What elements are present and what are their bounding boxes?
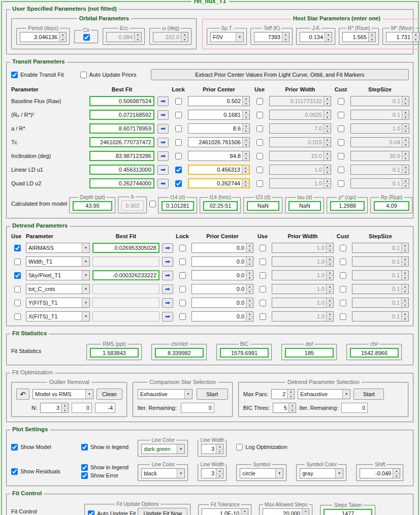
spinner-up-icon[interactable]: ▲: [324, 110, 331, 115]
max-allowed-steps-input[interactable]: [263, 509, 302, 515]
spinner-up-icon[interactable]: ▲: [135, 33, 141, 38]
prior-width-input[interactable]: [272, 298, 326, 307]
auto-update-priors-checkbox[interactable]: [80, 72, 87, 78]
residuals-show-in-legend-checkbox[interactable]: [81, 464, 88, 471]
spinner-up-icon[interactable]: ▲: [216, 469, 223, 474]
use-detrend-checkbox[interactable]: [14, 313, 21, 320]
stepsize-input[interactable]: [352, 312, 401, 321]
symbol-color-select[interactable]: gray ▼: [300, 468, 343, 478]
residuals-line-width-input[interactable]: [202, 469, 216, 478]
stepsize-input[interactable]: [351, 165, 402, 174]
stepsize-input[interactable]: [351, 138, 402, 147]
spinner-up-icon[interactable]: ▲: [181, 33, 188, 38]
shift-input[interactable]: [360, 469, 393, 478]
use-detrend-checkbox[interactable]: [14, 286, 21, 293]
spinner-down-icon[interactable]: ▼: [324, 184, 331, 188]
spinner-up-icon[interactable]: ▲: [324, 151, 331, 156]
outlier-method-select[interactable]: Model vs RMS ▼: [33, 389, 93, 399]
spinner-down-icon[interactable]: ▼: [369, 38, 375, 42]
lock-checkbox[interactable]: [175, 139, 182, 146]
stepsize-input[interactable]: [352, 298, 401, 307]
use-detrend-checkbox[interactable]: [14, 259, 21, 265]
spinner-down-icon[interactable]: ▼: [282, 38, 289, 42]
spinner-down-icon[interactable]: ▼: [324, 102, 331, 106]
spinner-up-icon[interactable]: ▲: [324, 165, 331, 170]
detrend-param-select[interactable]: Y(FITS)_T1 ▼: [26, 298, 90, 308]
spinner-up-icon[interactable]: ▲: [243, 138, 249, 143]
spinner-up-icon[interactable]: ▲: [243, 110, 249, 115]
log-optimization[interactable]: Log Optimization: [236, 444, 287, 450]
spinner-down-icon[interactable]: ▼: [325, 38, 332, 42]
lock-checkbox[interactable]: [175, 153, 182, 159]
prior-center-input[interactable]: [192, 298, 246, 307]
spinner-up-icon[interactable]: ▲: [324, 124, 331, 129]
spinner-up-icon[interactable]: ▲: [324, 138, 331, 143]
use-prior-checkbox[interactable]: [256, 125, 263, 132]
auto-update-fit-checkbox[interactable]: [88, 510, 94, 515]
prior-width-input[interactable]: [270, 96, 324, 106]
prior-center-input[interactable]: [188, 151, 242, 160]
spinner-down-icon[interactable]: ▼: [246, 289, 253, 294]
spinner-up-icon[interactable]: ▲: [402, 284, 408, 289]
spinner-up-icon[interactable]: ▲: [282, 33, 289, 38]
copy-best-fit-to-prior-button[interactable]: ➡: [162, 312, 173, 321]
use-prior-checkbox[interactable]: [256, 112, 263, 118]
symbol-select[interactable]: circle ▼: [240, 468, 283, 478]
spinner-down-icon[interactable]: ▼: [402, 276, 408, 280]
rstar-input[interactable]: [343, 33, 368, 42]
lock-checkbox[interactable]: [179, 245, 186, 251]
detrend-param-select[interactable]: tot_C_cnts ▼: [26, 284, 90, 294]
spinner-down-icon[interactable]: ▼: [243, 156, 249, 161]
spinner-up-icon[interactable]: ▲: [246, 312, 253, 317]
spinner-up-icon[interactable]: ▲: [327, 271, 333, 276]
detrend-param-select[interactable]: Width_T1 ▼: [26, 256, 90, 267]
copy-best-fit-to-prior-button[interactable]: ➡: [157, 179, 169, 188]
spinner-up-icon[interactable]: ▲: [402, 96, 409, 102]
use-prior-checkbox[interactable]: [256, 139, 263, 146]
detrend-param-select[interactable]: Sky/Pixel_T1 ▼: [26, 270, 90, 280]
stepsize-input[interactable]: [352, 257, 401, 266]
spinner-down-icon[interactable]: ▼: [216, 474, 223, 478]
custom-step-checkbox[interactable]: [338, 125, 344, 132]
spinner-up-icon[interactable]: ▲: [327, 243, 333, 248]
spinner-down-icon[interactable]: ▼: [324, 143, 331, 147]
custom-step-checkbox[interactable]: [340, 245, 346, 251]
prior-center-input[interactable]: [189, 179, 242, 187]
spinner-down-icon[interactable]: ▼: [243, 102, 249, 106]
spinner-up-icon[interactable]: ▲: [327, 257, 333, 262]
prior-center-input[interactable]: [188, 138, 242, 147]
spectral-type-select[interactable]: F0V ▼: [210, 32, 244, 42]
use-prior-checkbox[interactable]: [260, 259, 266, 265]
spinner-up-icon[interactable]: ▲: [327, 312, 333, 317]
spinner-down-icon[interactable]: ▼: [402, 248, 408, 253]
residuals-line-color-select[interactable]: black ▼: [141, 468, 185, 478]
prior-center-input[interactable]: [188, 124, 242, 133]
spinner-down-icon[interactable]: ▼: [324, 170, 331, 175]
spinner-up-icon[interactable]: ▲: [246, 284, 253, 289]
auto-update-priors[interactable]: Auto Update Priors: [80, 72, 137, 78]
spinner-up-icon[interactable]: ▲: [327, 284, 333, 289]
use-prior-checkbox[interactable]: [260, 313, 266, 320]
spinner-down-icon[interactable]: ▼: [242, 184, 249, 188]
enable-transit-fit[interactable]: Enable Transit Fit: [11, 72, 64, 78]
spinner-up-icon[interactable]: ▲: [243, 124, 249, 129]
spinner-down-icon[interactable]: ▼: [324, 115, 331, 120]
clean-button[interactable]: Clean: [96, 389, 122, 400]
prior-width-input[interactable]: [272, 312, 326, 321]
spinner-up-icon[interactable]: ▲: [246, 271, 253, 276]
spinner-down-icon[interactable]: ▼: [327, 289, 333, 294]
custom-step-checkbox[interactable]: [340, 272, 346, 279]
spinner-up-icon[interactable]: ▲: [402, 179, 409, 184]
spinner-up-icon[interactable]: ▲: [324, 179, 331, 184]
stepsize-input[interactable]: [351, 151, 402, 160]
spinner-up-icon[interactable]: ▲: [287, 390, 294, 395]
copy-best-fit-to-prior-button[interactable]: ➡: [162, 271, 173, 280]
custom-step-checkbox[interactable]: [338, 139, 344, 146]
prior-center-input[interactable]: [188, 96, 242, 106]
spinner-up-icon[interactable]: ▲: [243, 96, 249, 102]
prior-width-input[interactable]: [270, 110, 324, 119]
prior-center-input[interactable]: [189, 166, 242, 174]
use-prior-checkbox[interactable]: [260, 300, 266, 306]
use-prior-checkbox[interactable]: [260, 286, 266, 293]
use-prior-checkbox[interactable]: [256, 153, 263, 159]
